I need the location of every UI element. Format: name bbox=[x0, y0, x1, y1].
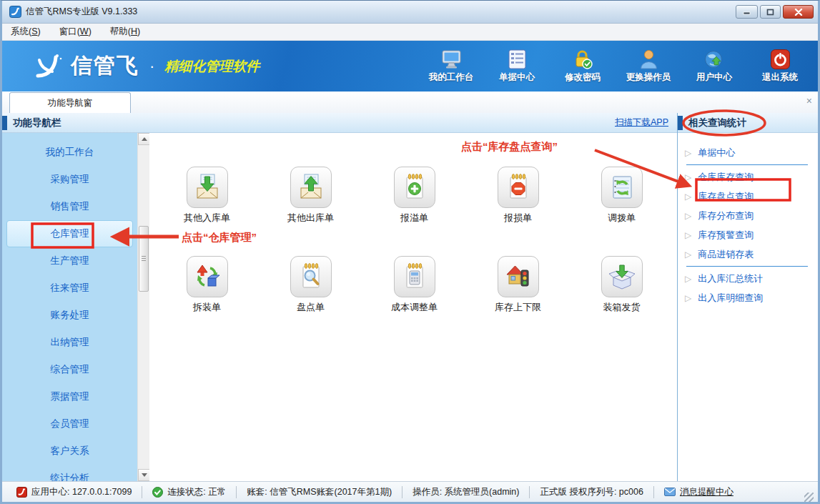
sidebar-item-crm[interactable]: 客户关系 bbox=[6, 438, 133, 465]
panel-header-accent bbox=[678, 116, 683, 130]
panel-item-warehouse-stock-query[interactable]: ▷仓库库存查询 bbox=[685, 167, 818, 187]
sidebar-item-members[interactable]: 会员管理 bbox=[6, 410, 133, 438]
notepad-magnifier-icon bbox=[297, 262, 325, 291]
packing-box-icon bbox=[608, 262, 636, 291]
sidebar-item-general[interactable]: 综合管理 bbox=[6, 356, 133, 383]
panel-divider bbox=[686, 266, 808, 267]
function-stock-limits[interactable]: 库存上下限 bbox=[466, 256, 570, 345]
brand-separator: · bbox=[149, 57, 154, 76]
panel-item-document-center[interactable]: ▷单据中心 bbox=[685, 143, 818, 162]
toolbar-item-my-workbench[interactable]: 我的工作台 bbox=[423, 49, 479, 84]
panel-header-title: 相关查询统计 bbox=[688, 117, 746, 129]
notepad-transfer-icon bbox=[608, 173, 636, 202]
scroll-thumb[interactable] bbox=[139, 226, 149, 292]
sidebar-item-accounting[interactable]: 账务处理 bbox=[6, 302, 133, 329]
panel-item-stock-warning-query[interactable]: ▷库存预警查询 bbox=[685, 225, 818, 244]
menu-item-window[interactable]: 窗口(W) bbox=[59, 26, 92, 38]
notepad-calculator-icon bbox=[400, 262, 429, 291]
envelope-arrow-up-icon bbox=[297, 173, 325, 202]
triangle-right-icon: ▷ bbox=[685, 148, 691, 158]
toolbar-item-user-center[interactable]: 用户中心 bbox=[686, 49, 742, 84]
triangle-right-icon: ▷ bbox=[685, 230, 691, 240]
globe-arrow-icon bbox=[703, 49, 726, 70]
minimize-button[interactable] bbox=[736, 5, 758, 19]
function-other-inbound[interactable]: 其他入库单 bbox=[155, 167, 259, 256]
toolbar-item-document-center[interactable]: 单据中心 bbox=[489, 49, 545, 84]
sidebar-item-bills[interactable]: 票据管理 bbox=[6, 383, 133, 410]
sidebar-item-warehouse[interactable]: 仓库管理 bbox=[6, 220, 133, 247]
resize-grip[interactable] bbox=[804, 493, 814, 502]
person-icon bbox=[638, 49, 660, 70]
disassemble-icon bbox=[193, 262, 222, 291]
sidebar-item-production[interactable]: 生产管理 bbox=[6, 247, 133, 275]
triangle-right-icon: ▷ bbox=[685, 274, 691, 284]
menu-bar: 系统(S) 窗口(W) 帮助(H) bbox=[2, 24, 818, 41]
function-packing-shipment[interactable]: 装箱发货 bbox=[570, 256, 673, 345]
connection-ok-icon bbox=[152, 487, 163, 498]
panel-header-strip: 相关查询统计 bbox=[678, 113, 818, 133]
brand-swoosh-icon bbox=[31, 51, 64, 81]
triangle-down-icon bbox=[142, 473, 147, 477]
sidebar-item-sales[interactable]: 销售管理 bbox=[6, 193, 133, 220]
notepad-minus-icon bbox=[504, 173, 533, 202]
monitor-icon bbox=[440, 49, 463, 70]
nav-header-title: 功能导航栏 bbox=[13, 117, 61, 129]
notepad-plus-icon bbox=[400, 173, 429, 202]
app-window: 信管飞RMS专业版 V9.1.333 系统(S) 窗口(W) 帮助(H) bbox=[0, 0, 820, 504]
function-transfer-order[interactable]: 调拨单 bbox=[570, 167, 673, 256]
scroll-up-button[interactable] bbox=[138, 133, 150, 145]
tab-close-icon[interactable]: × bbox=[806, 96, 812, 106]
function-stocktake-order[interactable]: 盘点单 bbox=[259, 256, 362, 345]
related-query-panel: 相关查询统计 ▷单据中心 ▷仓库库存查询 ▷库存盘点查询 ▷库存分布查询 ▷库存… bbox=[678, 113, 818, 481]
close-button[interactable] bbox=[783, 5, 814, 19]
app-center-status: 应用中心: 127.0.0.1:7099 bbox=[6, 486, 142, 498]
sidebar-item-cashier[interactable]: 出纳管理 bbox=[6, 329, 133, 356]
panel-divider bbox=[686, 164, 808, 165]
lock-check-icon bbox=[572, 49, 594, 70]
tab-bar: 功能导航窗 × bbox=[2, 92, 818, 113]
triangle-right-icon: ▷ bbox=[685, 293, 691, 303]
app-logo-icon bbox=[9, 6, 21, 18]
envelope-arrow-down-icon bbox=[193, 173, 222, 202]
menu-item-help[interactable]: 帮助(H) bbox=[110, 26, 140, 38]
panel-item-product-invoicing-table[interactable]: ▷商品进销存表 bbox=[685, 244, 818, 264]
brand-logo: 信管飞 · 精细化管理软件 bbox=[31, 51, 260, 81]
main-icon-area: 其他入库单 其他出库单 bbox=[149, 133, 677, 481]
app-center-icon bbox=[16, 487, 27, 498]
sidebar-item-purchase[interactable]: 采购管理 bbox=[6, 166, 133, 193]
operator-status: 操作员: 系统管理员(admin) bbox=[402, 486, 529, 498]
toolbar-item-switch-operator[interactable]: 更换操作员 bbox=[621, 49, 676, 84]
toolbar-item-change-password[interactable]: 修改密码 bbox=[555, 49, 611, 84]
panel-item-inout-summary-stats[interactable]: ▷出入库汇总统计 bbox=[685, 269, 818, 288]
sidebar-item-partners[interactable]: 往来管理 bbox=[6, 275, 133, 302]
panel-item-inout-detail-query[interactable]: ▷出入库明细查询 bbox=[685, 288, 818, 307]
function-other-outbound[interactable]: 其他出库单 bbox=[259, 167, 362, 256]
sidebar-scrollbar[interactable] bbox=[137, 133, 149, 481]
nav-header-accent bbox=[2, 116, 7, 130]
panel-item-stock-distribution-query[interactable]: ▷库存分布查询 bbox=[685, 206, 818, 225]
menu-item-system[interactable]: 系统(S) bbox=[11, 26, 41, 38]
function-cost-adjust-order[interactable]: 成本调整单 bbox=[362, 256, 466, 345]
status-bar: 应用中心: 127.0.0.1:7099 连接状态: 正常 账套: 信管飞RMS… bbox=[2, 481, 818, 502]
document-list-icon bbox=[506, 49, 528, 70]
download-app-link[interactable]: 扫描下载APP bbox=[615, 117, 668, 129]
message-center-link[interactable]: 消息提醒中心 bbox=[653, 486, 744, 498]
account-status: 账套: 信管飞RMS账套(2017年第1期) bbox=[236, 486, 402, 498]
triangle-right-icon: ▷ bbox=[685, 172, 691, 182]
panel-item-stocktake-query[interactable]: ▷库存盘点查询 bbox=[685, 187, 818, 206]
window-title: 信管飞RMS专业版 V9.1.333 bbox=[26, 6, 736, 18]
title-bar: 信管飞RMS专业版 V9.1.333 bbox=[2, 1, 818, 24]
maximize-button[interactable] bbox=[760, 5, 781, 19]
sidebar-item-stats[interactable]: 统计分析 bbox=[6, 465, 133, 481]
power-icon bbox=[769, 49, 791, 70]
function-overflow-report[interactable]: 报溢单 bbox=[362, 167, 466, 256]
toolbar-item-exit-system[interactable]: 退出系统 bbox=[752, 49, 808, 84]
function-loss-report[interactable]: 报损单 bbox=[466, 167, 570, 256]
brand-name: 信管飞 bbox=[71, 51, 139, 81]
tab-function-nav[interactable]: 功能导航窗 bbox=[9, 92, 131, 113]
function-assembly-order[interactable]: 拆装单 bbox=[155, 256, 259, 345]
sidebar-nav: 我的工作台 采购管理 销售管理 仓库管理 生产管理 往来管理 账务处理 出纳管理… bbox=[2, 133, 137, 481]
sidebar-item-workbench[interactable]: 我的工作台 bbox=[6, 139, 133, 166]
triangle-up-icon bbox=[142, 137, 147, 141]
scroll-down-button[interactable] bbox=[138, 469, 150, 481]
